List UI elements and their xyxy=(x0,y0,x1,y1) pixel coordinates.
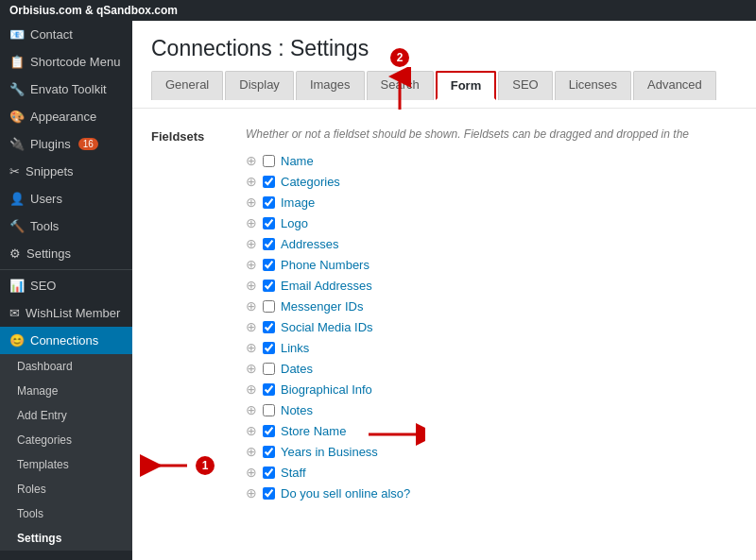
checkbox-email-addresses[interactable] xyxy=(263,280,275,292)
sidebar-sub-add-entry[interactable]: Add Entry xyxy=(0,403,132,428)
sidebar-label-seo: SEO xyxy=(30,279,56,293)
drag-handle-links[interactable]: ⊕ xyxy=(246,340,257,355)
sidebar-sub-templates[interactable]: Templates xyxy=(0,452,132,477)
field-label-notes[interactable]: Notes xyxy=(281,403,313,417)
drag-handle-messenger-ids[interactable]: ⊕ xyxy=(246,298,257,314)
sidebar-item-wishlist-member[interactable]: ✉WishList Member xyxy=(0,299,132,327)
sidebar-item-envato-toolkit[interactable]: 🔧Envato Toolkit xyxy=(0,76,132,103)
fieldsets-label: Fieldsets xyxy=(151,127,227,144)
checkbox-biographical-info[interactable] xyxy=(263,383,275,396)
drag-handle-phone-numbers[interactable]: ⊕ xyxy=(246,257,257,272)
sidebar-label-appearance: Appearance xyxy=(30,110,96,124)
page-title: Connections : Settings xyxy=(151,36,737,61)
content-area: Fieldsets Whether or not a fieldset shou… xyxy=(132,109,756,522)
drag-handle-dates[interactable]: ⊕ xyxy=(246,361,257,376)
field-item-messenger-ids: ⊕ Messenger IDs xyxy=(246,296,737,316)
checkbox-messenger-ids[interactable] xyxy=(263,300,275,313)
sidebar-item-settings[interactable]: ⚙Settings xyxy=(0,240,132,267)
field-item-dates: ⊕ Dates xyxy=(246,358,737,379)
drag-handle-email-addresses[interactable]: ⊕ xyxy=(246,278,257,293)
field-item-name: ⊕ Name xyxy=(246,150,737,171)
drag-handle-addresses[interactable]: ⊕ xyxy=(246,236,257,251)
sidebar-label-connections: Connections xyxy=(30,333,98,348)
sidebar-item-users[interactable]: 👤Users xyxy=(0,185,132,212)
drag-handle-biographical-info[interactable]: ⊕ xyxy=(246,382,257,397)
sidebar-sub-tools-sub[interactable]: Tools xyxy=(0,501,132,526)
checkbox-notes[interactable] xyxy=(263,404,275,416)
checkbox-addresses[interactable] xyxy=(263,238,275,250)
field-label-links[interactable]: Links xyxy=(281,341,309,355)
sidebar-item-appearance[interactable]: 🎨Appearance xyxy=(0,103,132,130)
drag-handle-do-you-sell-online[interactable]: ⊕ xyxy=(246,485,257,501)
checkbox-phone-numbers[interactable] xyxy=(263,259,275,271)
field-label-store-name[interactable]: Store Name xyxy=(281,424,346,438)
drag-handle-name[interactable]: ⊕ xyxy=(246,153,257,168)
field-item-social-media-ids: ⊕ Social Media IDs xyxy=(246,316,737,337)
field-label-messenger-ids[interactable]: Messenger IDs xyxy=(281,299,363,314)
checkbox-links[interactable] xyxy=(263,342,275,354)
page-header: Connections : Settings GeneralDisplayIma… xyxy=(132,21,756,109)
drag-handle-image[interactable]: ⊕ xyxy=(246,195,257,210)
checkbox-dates[interactable] xyxy=(263,363,275,375)
field-label-do-you-sell-online[interactable]: Do you sell online also? xyxy=(281,486,410,501)
sidebar-sub-categories[interactable]: Categories xyxy=(0,428,132,452)
field-item-store-name: ⊕ Store Name xyxy=(246,420,737,441)
checkbox-categories[interactable] xyxy=(263,176,275,188)
checkbox-logo[interactable] xyxy=(263,217,275,229)
drag-handle-store-name[interactable]: ⊕ xyxy=(246,423,257,438)
tab-display[interactable]: Display xyxy=(225,71,294,100)
sidebar-item-snippets[interactable]: ✂Snippets xyxy=(0,158,132,185)
sidebar-item-seo[interactable]: 📊SEO xyxy=(0,272,132,299)
checkbox-name[interactable] xyxy=(263,155,275,167)
field-label-social-media-ids[interactable]: Social Media IDs xyxy=(281,320,373,334)
drag-handle-notes[interactable]: ⊕ xyxy=(246,402,257,417)
checkbox-staff[interactable] xyxy=(263,467,275,479)
tab-advanced[interactable]: Advanced xyxy=(633,71,716,100)
field-label-name[interactable]: Name xyxy=(281,154,314,168)
checkbox-store-name[interactable] xyxy=(263,425,275,437)
sidebar-sub-settings-sub[interactable]: Settings xyxy=(0,526,132,551)
tab-search[interactable]: Search xyxy=(367,71,434,100)
tab-licenses[interactable]: Licenses xyxy=(555,71,631,100)
drag-handle-years-in-business[interactable]: ⊕ xyxy=(246,444,257,459)
drag-handle-logo[interactable]: ⊕ xyxy=(246,215,257,230)
drag-handle-staff[interactable]: ⊕ xyxy=(246,465,257,480)
main-content: Connections : Settings GeneralDisplayIma… xyxy=(132,21,756,560)
field-item-categories: ⊕ Categories xyxy=(246,171,737,192)
field-label-logo[interactable]: Logo xyxy=(281,216,308,230)
sidebar-label-plugins: Plugins xyxy=(30,137,71,151)
field-label-biographical-info[interactable]: Biographical Info xyxy=(281,382,372,397)
sidebar-sub-dashboard[interactable]: Dashboard xyxy=(0,354,132,379)
field-label-years-in-business[interactable]: Years in Business xyxy=(281,445,378,459)
checkbox-image[interactable] xyxy=(263,196,275,209)
sidebar-sub-manage[interactable]: Manage xyxy=(0,379,132,403)
tab-form[interactable]: Form xyxy=(436,71,497,100)
drag-handle-categories[interactable]: ⊕ xyxy=(246,174,257,189)
sidebar-item-shortcode-menu[interactable]: 📋Shortcode Menu xyxy=(0,48,132,76)
drag-handle-social-media-ids[interactable]: ⊕ xyxy=(246,319,257,334)
field-label-image[interactable]: Image xyxy=(281,195,315,210)
field-label-categories[interactable]: Categories xyxy=(281,175,340,189)
checkbox-do-you-sell-online[interactable] xyxy=(263,487,275,500)
tab-seo[interactable]: SEO xyxy=(498,71,552,100)
tab-general[interactable]: General xyxy=(151,71,223,100)
field-label-phone-numbers[interactable]: Phone Numbers xyxy=(281,258,369,272)
field-label-staff[interactable]: Staff xyxy=(281,466,306,480)
field-item-addresses: ⊕ Addresses xyxy=(246,233,737,254)
field-label-dates[interactable]: Dates xyxy=(281,362,313,376)
sidebar-item-contact[interactable]: 📧Contact xyxy=(0,21,132,48)
tab-images[interactable]: Images xyxy=(296,71,365,100)
field-label-addresses[interactable]: Addresses xyxy=(281,237,338,251)
sidebar-item-connections[interactable]: 😊Connections xyxy=(0,327,132,354)
checkbox-social-media-ids[interactable] xyxy=(263,321,275,333)
checkbox-years-in-business[interactable] xyxy=(263,446,275,458)
field-item-years-in-business: ⊕ Years in Business xyxy=(246,441,737,462)
field-item-image: ⊕ Image xyxy=(246,192,737,212)
sidebar-label-envato-toolkit: Envato Toolkit xyxy=(30,82,107,96)
field-label-email-addresses[interactable]: Email Addresses xyxy=(281,279,372,293)
sidebar-item-plugins[interactable]: 🔌Plugins16 xyxy=(0,130,132,158)
sidebar-item-tools[interactable]: 🔨Tools xyxy=(0,212,132,240)
sidebar-label-tools: Tools xyxy=(30,219,59,233)
fieldsets-content: Whether or not a fieldset should be show… xyxy=(246,127,737,503)
sidebar-sub-roles[interactable]: Roles xyxy=(0,477,132,501)
